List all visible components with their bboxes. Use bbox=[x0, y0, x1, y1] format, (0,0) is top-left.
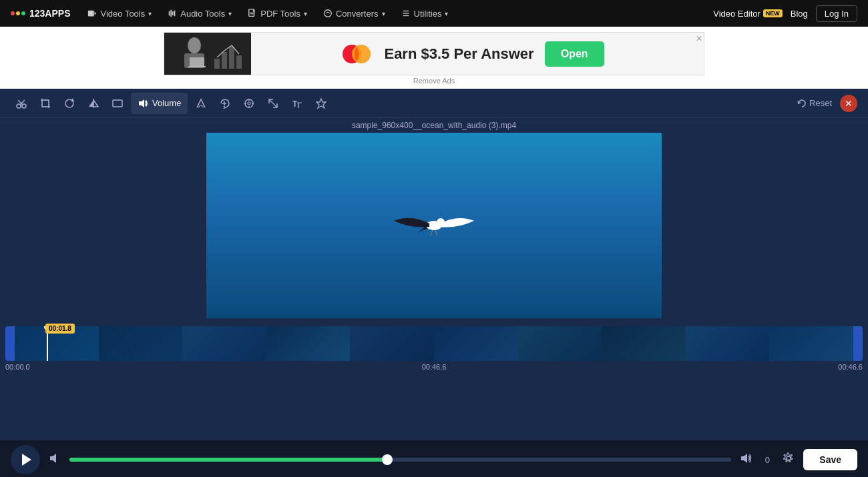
controls-bar: 0 Save bbox=[0, 440, 868, 477]
nav-audio-tools[interactable]: Audio Tools ▾ bbox=[161, 0, 238, 27]
logo[interactable]: 123APPS bbox=[11, 8, 70, 19]
svg-line-51 bbox=[435, 230, 437, 235]
pdf-icon bbox=[248, 9, 257, 18]
speaker-high-icon bbox=[739, 452, 752, 465]
time-start: 00:00.0 bbox=[5, 363, 30, 371]
svg-rect-18 bbox=[214, 59, 220, 69]
save-button[interactable]: Save bbox=[803, 449, 857, 470]
volume-right-icon[interactable] bbox=[739, 452, 752, 468]
svg-point-37 bbox=[248, 102, 250, 105]
nav-pdf-tools[interactable]: PDF Tools ▾ bbox=[241, 0, 314, 27]
svg-rect-0 bbox=[88, 11, 94, 17]
crop-tool[interactable] bbox=[35, 93, 56, 114]
rotate-tool[interactable] bbox=[59, 93, 80, 114]
svg-rect-2 bbox=[169, 11, 170, 16]
loop-tool[interactable] bbox=[214, 93, 236, 114]
logo-dot-green bbox=[21, 11, 25, 15]
time-end: 00:46.6 bbox=[838, 363, 863, 371]
speaker-low-icon bbox=[48, 452, 61, 465]
volume-icon-active bbox=[138, 98, 148, 109]
svg-rect-28 bbox=[42, 100, 49, 107]
chevron-down-icon-util: ▾ bbox=[445, 10, 448, 17]
chevron-down-icon: ▾ bbox=[148, 10, 152, 17]
timeline-thumbnails bbox=[15, 326, 853, 361]
resize-tool[interactable] bbox=[262, 93, 284, 114]
flip-tool[interactable] bbox=[83, 93, 104, 114]
timeline-wrapper: 00:01.8 bbox=[5, 326, 863, 373]
nav-converters[interactable]: Converters ▾ bbox=[316, 0, 392, 27]
svg-rect-21 bbox=[236, 55, 242, 69]
svg-rect-17 bbox=[188, 66, 206, 67]
loop-icon bbox=[219, 97, 231, 109]
text-icon: T bbox=[291, 97, 303, 109]
chevron-down-icon-conv: ▾ bbox=[382, 10, 385, 17]
video-player[interactable] bbox=[206, 133, 662, 318]
ad-image bbox=[164, 32, 251, 75]
svg-rect-19 bbox=[222, 52, 227, 69]
ad-close-icon[interactable]: ✕ bbox=[696, 34, 702, 43]
nav-video-tools[interactable]: Video Tools ▾ bbox=[81, 0, 158, 27]
timeline-track[interactable] bbox=[5, 326, 863, 361]
utilities-icon bbox=[401, 9, 411, 18]
flip-icon bbox=[87, 97, 99, 109]
timeline-section: 00:01.8 bbox=[0, 322, 868, 373]
svg-marker-33 bbox=[139, 99, 144, 107]
logo-text: 123APPS bbox=[29, 8, 70, 19]
video-section: sample_960x400__ocean_with_audio (3).mp4 bbox=[0, 118, 868, 318]
svg-marker-46 bbox=[316, 99, 326, 108]
stabilize-tool[interactable] bbox=[238, 93, 260, 114]
settings-button[interactable] bbox=[782, 452, 795, 468]
chevron-down-icon-pdf: ▾ bbox=[304, 10, 307, 17]
blog-link[interactable]: Blog bbox=[791, 9, 808, 19]
nav-utilities[interactable]: Utilities ▾ bbox=[395, 0, 455, 27]
progress-fill bbox=[69, 458, 387, 462]
svg-marker-1 bbox=[95, 11, 97, 15]
aspect-icon bbox=[112, 97, 124, 109]
ad-content: ✕ bbox=[164, 32, 704, 75]
ad-banner: ✕ bbox=[0, 27, 868, 89]
svg-marker-52 bbox=[50, 454, 56, 463]
volume-tool[interactable]: Volume bbox=[131, 93, 188, 114]
logo-dot-red bbox=[11, 11, 15, 15]
volume-left-icon[interactable] bbox=[48, 452, 61, 468]
new-badge: NEW bbox=[763, 9, 783, 17]
cut-tool[interactable] bbox=[11, 93, 32, 114]
watermark-tool[interactable] bbox=[310, 93, 332, 114]
timeline-times: 00:00.0 00:46.6 00:46.6 bbox=[5, 361, 863, 373]
progress-thumb[interactable] bbox=[382, 454, 393, 465]
svg-marker-29 bbox=[89, 100, 93, 107]
svg-point-14 bbox=[188, 37, 201, 53]
rotate-icon bbox=[63, 97, 75, 109]
progress-bar[interactable] bbox=[69, 458, 731, 462]
toolbar: Volume bbox=[0, 89, 868, 118]
remove-ads-link[interactable]: Remove Ads bbox=[413, 75, 455, 86]
svg-line-50 bbox=[431, 230, 433, 235]
watermark-icon bbox=[315, 97, 327, 109]
video-editor-link[interactable]: Video Editor NEW bbox=[713, 9, 783, 19]
fade-tool[interactable] bbox=[190, 93, 212, 114]
resize-icon bbox=[267, 97, 279, 109]
converters-icon bbox=[323, 9, 333, 18]
login-button[interactable]: Log In bbox=[816, 5, 857, 22]
nav-right: Video Editor NEW Blog Log In bbox=[713, 5, 857, 22]
scissors-icon bbox=[15, 97, 27, 109]
svg-marker-30 bbox=[93, 100, 98, 107]
audio-icon bbox=[168, 9, 177, 18]
bird-svg bbox=[391, 195, 477, 256]
reset-button[interactable]: Reset bbox=[797, 98, 832, 108]
gear-icon bbox=[782, 452, 795, 465]
svg-text:T: T bbox=[292, 99, 298, 109]
aspect-tool[interactable] bbox=[107, 93, 128, 114]
ad-open-button[interactable]: Open bbox=[545, 41, 604, 67]
svg-rect-5 bbox=[174, 11, 176, 17]
play-button[interactable] bbox=[11, 445, 40, 474]
time-middle: 00:46.6 bbox=[422, 363, 447, 371]
volume-number: 0 bbox=[761, 455, 774, 465]
text-tool[interactable]: T bbox=[286, 93, 308, 114]
ad-middle: Earn $3.5 Per Answer Open bbox=[251, 41, 704, 67]
stabilize-icon bbox=[243, 97, 255, 109]
ad-logo bbox=[340, 41, 373, 67]
close-button[interactable]: ✕ bbox=[840, 95, 857, 112]
logo-dots bbox=[11, 11, 25, 15]
video-background bbox=[206, 133, 662, 318]
